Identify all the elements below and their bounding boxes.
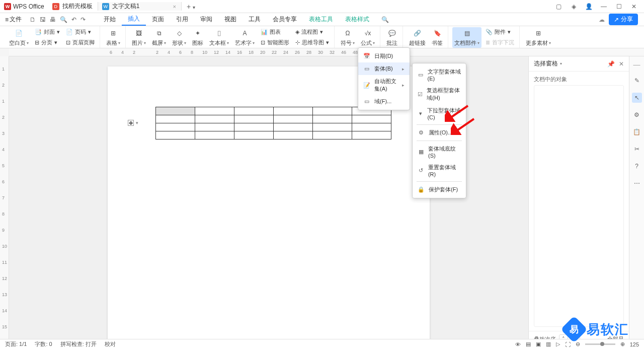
tab-reference[interactable]: 引用 [170, 13, 194, 26]
menu-text-field[interactable]: ▭文字型套体域(E) [413, 65, 466, 84]
doc-parts-button[interactable]: ▤文档部件▾ [452, 27, 481, 48]
preview-icon[interactable]: 🔍 [60, 16, 67, 23]
maximize-icon[interactable]: ☐ [615, 3, 623, 11]
cursor-tool-icon[interactable]: ↖ [632, 93, 642, 103]
status-proof[interactable]: 校对 [105, 340, 116, 348]
equation-button[interactable]: √x公式▾ [359, 27, 377, 48]
zoom-out-icon[interactable]: ⊖ [576, 341, 580, 347]
tab-review[interactable]: 审阅 [194, 13, 218, 26]
close-icon[interactable]: × [173, 4, 176, 10]
dropdown-handle-icon[interactable]: ▾ [136, 120, 138, 125]
pin-icon[interactable]: 📌 [607, 60, 615, 67]
clipboard-tool-icon[interactable]: 📋 [632, 127, 642, 137]
tab-tools[interactable]: 工具 [243, 13, 267, 26]
table-cell-active[interactable] [156, 107, 195, 115]
save-icon[interactable]: 🖫 [40, 16, 46, 23]
print-icon[interactable]: 🖶 [50, 16, 56, 23]
menu-envelope[interactable]: ▭套体(B)▸ [358, 62, 410, 75]
wordart-button[interactable]: A艺术字▾ [233, 27, 257, 48]
help-tool-icon[interactable]: ? [632, 161, 642, 171]
pen-tool-icon[interactable]: ✎ [632, 76, 642, 86]
bookmark-button[interactable]: 🔖书签 [430, 27, 445, 48]
scissors-tool-icon[interactable]: ✂ [632, 144, 642, 154]
avatar-icon[interactable]: 👤 [585, 3, 593, 11]
tab-view[interactable]: 视图 [218, 13, 243, 26]
symbol-button[interactable]: Ω符号▾ [339, 27, 357, 48]
tab-start[interactable]: 开始 [98, 13, 122, 26]
ruler-vertical[interactable]: 12123456789101112131415 [0, 56, 9, 339]
form-fields-submenu: ▭文字型套体域(E) ☑复选框型套体域(H) ▾下拉型套体域(C) ⚙属性(O)… [412, 63, 466, 198]
status-spell[interactable]: 拼写检查: 打开 [60, 340, 97, 348]
status-words[interactable]: 字数: 0 [35, 340, 52, 348]
share-button[interactable]: ↗ 分享 [609, 14, 638, 25]
menu-field[interactable]: ▭域(F)... [358, 95, 410, 108]
menu-reset-fields[interactable]: ↺重置套体域(R) [413, 161, 466, 180]
tab-table-tools[interactable]: 表格工具 [303, 13, 339, 26]
table-move-handle[interactable]: ✥ ▾ [128, 120, 138, 126]
menu-protect[interactable]: 🔒保护套体(F) [413, 183, 466, 196]
smartart-button[interactable]: ⊡ 智能图形 [259, 38, 291, 47]
menu-field-shading[interactable]: ▦套体域底纹(S) [413, 143, 466, 161]
redo-icon[interactable]: ↷ [80, 16, 86, 23]
icon-button[interactable]: ✦图标 [190, 27, 205, 48]
eye-icon[interactable]: 👁 [515, 341, 521, 347]
header-footer-button[interactable]: ⊡ 页眉页脚 [64, 38, 97, 47]
fit-icon[interactable]: ⛶ [565, 341, 571, 347]
blank-page-button[interactable]: 📄 空白页▾ [7, 27, 31, 48]
dropcap-button[interactable]: ≣ 首字下沉 [484, 38, 516, 47]
more-materials-button[interactable]: ⊞更多素材▾ [524, 27, 553, 48]
doc-tab-templates[interactable]: D 找稻壳模板 [48, 2, 98, 11]
properties-icon: ⚙ [418, 129, 425, 136]
tab-page[interactable]: 页面 [146, 13, 170, 26]
minimize-icon[interactable]: — [600, 3, 608, 11]
tab-add-button[interactable]: + ▾ [182, 3, 200, 11]
flowchart-button[interactable]: ◈ 流程图 ▾ [293, 27, 331, 37]
table-button[interactable]: ⊞表格▾ [104, 27, 122, 48]
tab-insert[interactable]: 插入 [122, 13, 146, 26]
attachment-button[interactable]: 📎 附件 ▾ [484, 27, 516, 37]
new-icon[interactable]: 🗋 [30, 16, 36, 23]
status-zoom[interactable]: 125 [630, 341, 639, 347]
document-table[interactable] [155, 107, 391, 139]
tab-member[interactable]: 会员专享 [267, 13, 303, 26]
mindmap-button[interactable]: ⊹ 思维导图 ▾ [293, 38, 331, 47]
shape-button[interactable]: ◇形状▾ [170, 27, 188, 48]
window-tile-icon[interactable]: ▢ [554, 3, 562, 11]
settings-tool-icon[interactable]: ⚙ [632, 110, 642, 120]
hamburger-menu[interactable]: ≡ 文件 [2, 14, 25, 25]
cube-icon[interactable]: ◈ [570, 3, 578, 11]
screenshot-button[interactable]: ⧉截屏▾ [150, 27, 168, 48]
hyperlink-button[interactable]: 🔗超链接 [407, 27, 428, 48]
menu-checkbox-field[interactable]: ☑复选框型套体域(H) [413, 84, 466, 104]
play-icon[interactable]: ▷ [556, 341, 560, 347]
undo-icon[interactable]: ↶ [71, 16, 76, 23]
more-tool-icon[interactable]: ⋯ [632, 178, 642, 188]
close-window-icon[interactable]: ✕ [630, 3, 638, 11]
textbox-button[interactable]: ⌷文本框▾ [207, 27, 231, 48]
doc-tab-document[interactable]: W 文字文稿1 × [98, 2, 182, 11]
ruler-horizontal[interactable]: 64224681012141618202224262830324648 [9, 48, 644, 56]
cover-button[interactable]: 📑 封面 ▾ [33, 27, 62, 37]
panel-close-icon[interactable]: ✕ [619, 60, 624, 67]
search-button[interactable]: 🔍 [375, 13, 395, 26]
cloud-icon[interactable]: ☁ [599, 16, 605, 23]
chart-button[interactable]: 📊 图表 [259, 27, 291, 37]
menu-date[interactable]: 📅日期(D) [358, 50, 410, 62]
page-break-button[interactable]: ⊟ 分页 ▾ [33, 38, 62, 47]
view-web-icon[interactable]: ▥ [546, 341, 551, 347]
menu-autotext[interactable]: 📝自动图文集(A)▸ [358, 75, 410, 95]
status-page[interactable]: 页面: 1/1 [5, 340, 27, 348]
view-outline-icon[interactable]: ▣ [536, 341, 541, 347]
menu-dropdown-field[interactable]: ▾下拉型套体域(C) [413, 104, 466, 123]
zoom-slider[interactable] [585, 343, 615, 345]
page-number-button[interactable]: 📄 页码 ▾ [64, 27, 97, 37]
titlebar: W WPS Office D 找稻壳模板 W 文字文稿1 × + ▾ ▢ ◈ 👤… [0, 0, 644, 13]
collapse-toolbar-icon[interactable]: — [633, 60, 640, 68]
wps-logo[interactable]: W WPS Office [0, 3, 48, 10]
view-page-icon[interactable]: ▤ [526, 341, 531, 347]
comment-button[interactable]: 💬批注 [384, 27, 399, 48]
tab-table-style[interactable]: 表格样式 [339, 13, 375, 26]
zoom-in-icon[interactable]: ⊕ [620, 341, 625, 347]
image-button[interactable]: 🖼图片▾ [130, 27, 148, 48]
menu-properties[interactable]: ⚙属性(O)... [413, 126, 466, 139]
